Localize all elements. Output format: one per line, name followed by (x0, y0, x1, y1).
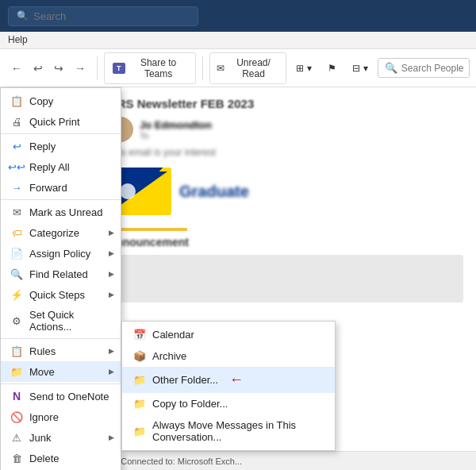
menu-separator-3 (1, 338, 121, 339)
copy-icon: 📋 (10, 94, 23, 107)
red-arrow-indicator: ← (229, 372, 244, 388)
menu-item-assign-policy[interactable]: 📄 Assign Policy (1, 243, 121, 264)
preview-image (108, 255, 463, 302)
calendar-label: Calendar (152, 329, 194, 341)
view-button[interactable]: ⊟ ▾ (346, 60, 374, 77)
preview-body: This email is your interest (108, 147, 463, 158)
print-icon: 🖨 (10, 115, 23, 128)
menu-item-find-related[interactable]: 🔍 Find Related (1, 264, 121, 284)
search-people-input[interactable] (401, 63, 473, 74)
quick-steps-label: Quick Steps (29, 289, 85, 301)
find-icon: 🔍 (10, 268, 23, 280)
menu-item-mark-unread[interactable]: ✉ Mark as Unread (1, 202, 121, 222)
steps-icon: ⚡ (10, 288, 23, 301)
tag-icon: 🏷 (10, 226, 23, 239)
main-content: By Date ▾ ↑ Wed 15/02 Tue 14/02 2/02/202… (0, 87, 476, 451)
submenu-other-folder[interactable]: 📁 Other Folder... ← (122, 367, 335, 393)
rules-icon: 📋 (10, 345, 23, 357)
nav-back-button[interactable]: ← (6, 59, 27, 78)
quick-icon: ⚙ (10, 314, 23, 327)
menu-item-forward[interactable]: → Forward (1, 177, 121, 198)
share-teams-button[interactable]: T Share to Teams (104, 52, 197, 84)
delete-icon: 🗑 (10, 452, 23, 464)
nav-redo-button[interactable]: ↪ (49, 59, 68, 78)
help-bar: Help (0, 32, 476, 49)
archive-sub-label: Archive (152, 350, 186, 362)
apps-icon: ⊞ (296, 63, 304, 74)
copy-folder-label: Copy to Folder... (152, 398, 228, 410)
help-label: Help (8, 34, 28, 45)
find-related-label: Find Related (29, 268, 88, 280)
menu-item-reply[interactable]: ↩ Reply (1, 136, 121, 156)
menu-item-categorize[interactable]: 🏷 Categorize (1, 222, 121, 243)
menu-item-move[interactable]: 📁 Move (1, 361, 121, 382)
onenote-label: Send to OneNote (29, 391, 109, 403)
sender-to: To (140, 131, 212, 141)
menu-item-quick-print[interactable]: 🖨 Quick Print (1, 111, 121, 132)
submenu-always-move[interactable]: 📁 Always Move Messages in This Conversat… (122, 414, 335, 448)
context-menu: 📋 Copy 🖨 Quick Print ↩ Reply ↩↩ Reply Al… (0, 87, 121, 470)
ribbon: ← ↩ ↪ → T Share to Teams ✉ Unread/ Read … (0, 49, 476, 87)
junk-label: Junk (29, 432, 51, 444)
view-dropdown-icon: ▾ (363, 63, 368, 74)
reply-all-icon: ↩↩ (10, 160, 23, 173)
rules-label: Rules (29, 345, 56, 357)
menu-separator-1 (1, 133, 121, 134)
preview-logo-area: Graduate (108, 168, 463, 215)
other-folder-label: Other Folder... (152, 374, 218, 386)
reply-icon: ↩ (10, 140, 23, 152)
reply-all-label: Reply All (29, 161, 70, 173)
ignore-label: Ignore (29, 411, 59, 423)
sender-name: Jo Edmondton (140, 119, 212, 131)
assign-policy-label: Assign Policy (29, 248, 90, 260)
announcement-title: Announcement (108, 236, 463, 248)
flag-icon: ⚑ (328, 63, 336, 74)
nav-forward-button[interactable]: → (70, 59, 90, 78)
search-people-icon: 🔍 (385, 62, 397, 74)
apps-button[interactable]: ⊞ ▾ (290, 60, 318, 77)
move-icon: 📁 (10, 365, 23, 378)
quick-print-label: Quick Print (29, 116, 80, 128)
menu-item-ignore[interactable]: 🚫 Ignore (1, 406, 121, 427)
delete-label: Delete (29, 453, 60, 464)
submenu-archive[interactable]: 📦 Archive (122, 345, 335, 367)
unread-read-button[interactable]: ✉ Unread/ Read (209, 52, 286, 84)
nav-undo-button[interactable]: ↩ (29, 59, 48, 78)
menu-item-delete[interactable]: 🗑 Delete (1, 448, 121, 468)
search-people-box[interactable]: 🔍 (378, 58, 470, 78)
ribbon-divider-1 (97, 56, 98, 80)
menu-separator-4 (1, 383, 121, 384)
menu-item-set-quick[interactable]: ⚙ Set Quick Actions... (1, 305, 121, 337)
submenu-calendar[interactable]: 📅 Calendar (122, 324, 335, 345)
menu-item-quick-steps[interactable]: ⚡ Quick Steps (1, 284, 121, 305)
policy-icon: 📄 (10, 247, 23, 260)
onenote-icon: N (10, 390, 23, 403)
envelope-icon: ✉ (217, 63, 225, 74)
menu-item-reply-all[interactable]: ↩↩ Reply All (1, 156, 121, 177)
submenu-copy-folder[interactable]: 📁 Copy to Folder... (122, 393, 335, 414)
top-search-bar: 🔍 (0, 0, 476, 32)
menu-item-rules[interactable]: 📋 Rules (1, 341, 121, 361)
mail-icon: ✉ (10, 206, 23, 218)
move-submenu: 📅 Calendar 📦 Archive 📁 Other Folder... ←… (121, 321, 336, 451)
flag-button[interactable]: ⚑ (321, 60, 343, 77)
search-icon: 🔍 (17, 10, 29, 21)
menu-item-onenote[interactable]: N Send to OneNote (1, 386, 121, 406)
ignore-icon: 🚫 (10, 410, 23, 423)
menu-item-copy[interactable]: 📋 Copy (1, 91, 121, 111)
set-quick-label: Set Quick Actions... (29, 309, 111, 333)
forward-label: Forward (29, 182, 67, 194)
nav-buttons: ← ↩ ↪ → (6, 59, 90, 78)
search-input[interactable] (33, 10, 190, 22)
svg-point-2 (120, 183, 136, 199)
mark-unread-label: Mark as Unread (29, 206, 102, 218)
copy-folder-icon: 📁 (133, 398, 146, 410)
always-move-label: Always Move Messages in This Conversatio… (152, 419, 324, 443)
apps-dropdown-icon: ▾ (307, 63, 312, 74)
preview-sender: Jo Edmondton To (108, 117, 463, 142)
grad-text: Graduate (179, 183, 249, 201)
main-search-box[interactable]: 🔍 (8, 6, 198, 26)
always-move-icon: 📁 (133, 426, 146, 437)
menu-item-junk[interactable]: ⚠ Junk (1, 427, 121, 448)
ribbon-divider-2 (202, 56, 203, 80)
